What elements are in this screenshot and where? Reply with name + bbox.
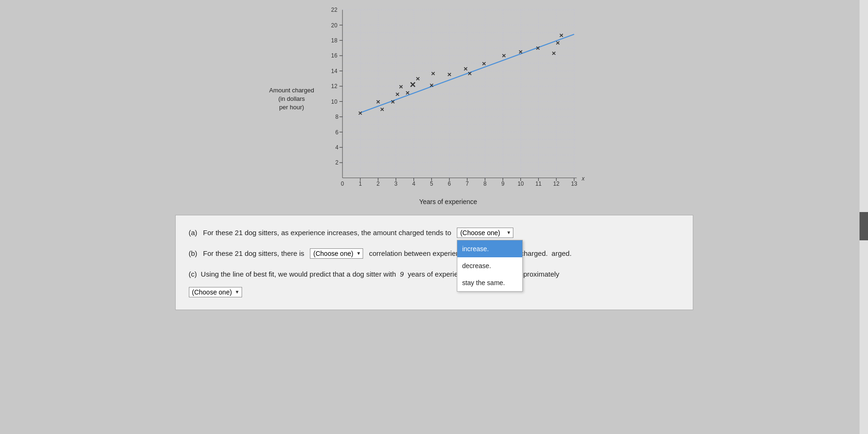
svg-text:4: 4 (412, 180, 415, 187)
svg-text:4: 4 (335, 144, 339, 151)
svg-text:×: × (468, 69, 472, 77)
svg-text:×: × (358, 109, 362, 117)
svg-text:9: 9 (501, 180, 504, 187)
question-b-text-end: arged. (550, 246, 572, 261)
question-b-label: (b) (189, 246, 197, 261)
question-a-dropdown-container: (Choose one) increase. decrease. stay th… (457, 226, 513, 240)
svg-text:×: × (406, 89, 410, 97)
svg-text:×: × (482, 59, 486, 67)
svg-text:2: 2 (376, 180, 380, 187)
scrollbar-thumb[interactable] (860, 212, 868, 240)
svg-text:6: 6 (335, 129, 339, 136)
svg-text:x: x (581, 175, 585, 182)
question-a-text: For these 21 dog sitters, as experience … (203, 226, 451, 240)
question-c-row: (c) Using the line of best fit, we would… (189, 267, 680, 299)
question-a-row: (a) For these 21 dog sitters, as experie… (189, 226, 680, 240)
svg-text:✕: ✕ (409, 80, 416, 90)
svg-text:×: × (431, 69, 435, 77)
question-c-dropdown-line: (Choose one) $14 $15 $16 $17 (189, 285, 242, 299)
x-axis-label: Years of experience (284, 198, 613, 205)
svg-text:×: × (399, 82, 403, 90)
svg-text:×: × (376, 98, 380, 106)
svg-text:20: 20 (331, 22, 338, 29)
question-c-text-before: Using the line of best fit, we would pre… (201, 270, 396, 278)
svg-text:×: × (556, 39, 560, 47)
question-b-select[interactable]: (Choose one) positive negative no (310, 248, 363, 259)
svg-text:×: × (391, 98, 395, 106)
svg-text:×: × (380, 105, 384, 113)
svg-text:×: × (560, 31, 564, 39)
svg-text:8: 8 (335, 114, 339, 120)
y-axis-label: Amount charged (in dollars per hour) (269, 86, 314, 112)
question-c-dropdown-wrapper[interactable]: (Choose one) $14 $15 $16 $17 (189, 285, 242, 299)
svg-text:×: × (416, 74, 420, 82)
svg-text:×: × (430, 81, 434, 89)
svg-text:10: 10 (331, 98, 338, 105)
svg-text:×: × (463, 65, 468, 73)
question-c-select[interactable]: (Choose one) $14 $15 $16 $17 (189, 287, 242, 297)
svg-text:22: 22 (331, 7, 337, 13)
svg-text:7: 7 (466, 180, 469, 187)
svg-text:13: 13 (571, 180, 577, 187)
svg-text:16: 16 (331, 52, 338, 59)
svg-text:1: 1 (359, 180, 362, 187)
question-a-select[interactable]: (Choose one) increase. decrease. stay th… (457, 228, 513, 238)
svg-text:5: 5 (430, 180, 433, 187)
svg-text:×: × (552, 49, 556, 57)
svg-text:12: 12 (553, 180, 560, 187)
svg-text:×: × (502, 52, 506, 60)
question-a-dropdown-wrapper[interactable]: (Choose one) increase. decrease. stay th… (457, 226, 513, 240)
svg-text:0: 0 (341, 180, 344, 187)
option-decrease[interactable]: decrease. (457, 257, 522, 274)
question-a-label: (a) (189, 226, 197, 240)
svg-text:×: × (447, 71, 452, 79)
svg-text:12: 12 (331, 83, 337, 90)
question-b-row: (b) For these 21 dog sitters, there is (… (189, 246, 680, 261)
svg-text:8: 8 (483, 180, 487, 187)
question-b-text-before: For these 21 dog sitters, there is (203, 246, 304, 261)
question-c-years: 9 (400, 270, 404, 278)
option-stay-same[interactable]: stay the same. (457, 274, 522, 291)
svg-text:10: 10 (518, 180, 524, 187)
option-increase[interactable]: increase. (457, 240, 522, 257)
svg-text:3: 3 (394, 180, 397, 187)
question-b-dropdown-wrapper[interactable]: (Choose one) positive negative no (310, 246, 363, 261)
svg-text:×: × (519, 48, 523, 56)
svg-text:11: 11 (535, 180, 542, 187)
svg-text:6: 6 (448, 180, 451, 187)
svg-text:18: 18 (331, 37, 338, 44)
scrollbar[interactable] (860, 0, 868, 434)
svg-text:14: 14 (331, 68, 338, 74)
svg-text:×: × (395, 90, 399, 98)
question-c-label: (c) (189, 270, 197, 278)
svg-text:×: × (536, 44, 540, 52)
question-a-dropdown-popup: increase. decrease. stay the same. (457, 240, 523, 292)
scatter-chart: 22 20 18 16 14 12 10 8 6 4 2 0 1 2 3 4 5… (318, 5, 591, 193)
svg-text:2: 2 (335, 159, 339, 166)
question-box: (a) For these 21 dog sitters, as experie… (175, 215, 693, 310)
